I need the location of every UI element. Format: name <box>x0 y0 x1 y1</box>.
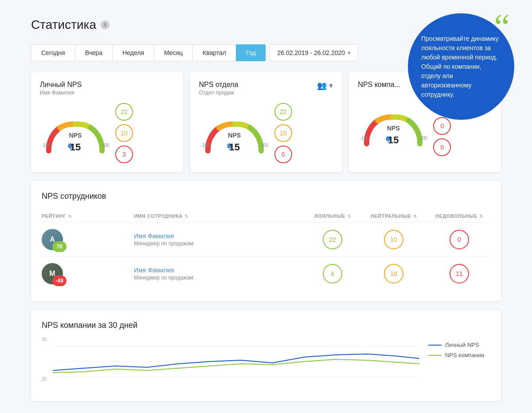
rating-badge-2: -49 <box>52 275 66 286</box>
chart-y-labels: 30 20 <box>42 337 47 382</box>
legend-item-company: NPS компании <box>428 352 490 358</box>
date-range-display[interactable]: 26.02.2019 - 26.02.2020 ▾ <box>270 44 358 61</box>
chart-legend: Личный NPS NPS компании <box>428 337 490 390</box>
nps-card-company-title: NPS компа... <box>358 81 400 89</box>
gauge-personal-value: 15 <box>70 142 81 153</box>
gauge-dept-badges: 22 10 0 <box>274 103 292 163</box>
sort-name-icon[interactable]: ⇅ <box>184 214 188 219</box>
sort-rating-icon[interactable]: ⇅ <box>68 214 72 219</box>
metric-loyal-2: 4 <box>306 264 359 283</box>
info-icon[interactable]: i <box>101 20 110 29</box>
tab-year[interactable]: Год <box>236 44 266 61</box>
nps-card-personal: Личный NPS Имя Фамилия <box>31 72 183 172</box>
employees-section-title: NPS сотрудников <box>42 192 490 201</box>
gauge-company-max: 100 <box>420 136 427 141</box>
gauge-personal-min: -100 <box>42 143 51 148</box>
chart-area: 30 20 <box>42 337 490 390</box>
tab-quarter[interactable]: Квартал <box>192 44 236 61</box>
col-neutral: НЕЙТРАЛЬНЫЕ ⇅ <box>363 213 425 219</box>
employee-name-1[interactable]: Имя Фамилия <box>134 232 302 240</box>
gauge-department: NPS 15 -100 100 <box>199 113 270 153</box>
tab-week[interactable]: Неделя <box>112 44 154 61</box>
legend-line-blue <box>428 345 442 346</box>
badge-neutral-personal: 10 <box>115 124 133 142</box>
date-range-text: 26.02.2019 - 26.02.2020 <box>277 49 345 56</box>
rating-badge-1: 76 <box>52 241 66 252</box>
col-detract: НЕДОВОЛЬНЫЕ ⇅ <box>428 213 490 219</box>
chart-main: 30 20 <box>42 337 419 390</box>
sort-detract-icon[interactable]: ⇅ <box>479 214 483 219</box>
table-row: А 76 Имя Фамилия Менеджер по продажам 22… <box>42 223 490 257</box>
badge-loyal-dept: 22 <box>274 103 292 121</box>
col-name: ИМЯ СОТРУДНИКА ⇅ <box>134 213 302 219</box>
people-icon[interactable]: 👥 ▾ <box>317 81 333 90</box>
gauge-personal-badges: 22 10 3 <box>115 103 133 163</box>
col-rating-label: РЕЙТИНГ <box>42 213 66 219</box>
employee-name-2[interactable]: Имя Фамилия <box>134 267 302 274</box>
y-label-20: 20 <box>42 377 47 382</box>
tab-month[interactable]: Месяц <box>154 44 192 61</box>
employee-role-1: Менеджер по продажам <box>134 240 302 247</box>
metric-neutral-badge-2: 18 <box>384 264 403 283</box>
avatar-wrapper-2: М -49 <box>42 263 63 284</box>
nps-card-department: NPS отдела Отдел продаж 👥 ▾ NPS 15 <box>190 72 342 172</box>
table-header: РЕЙТИНГ ⇅ ИМЯ СОТРУДНИКА ⇅ ЛОЯЛЬНЫЕ ⇅ НЕ… <box>42 210 490 223</box>
chart-svg <box>53 337 419 382</box>
page-title: Статистика <box>31 18 96 32</box>
metric-detract-1: 0 <box>428 230 490 249</box>
gauge-dept-label: NPS <box>228 132 241 139</box>
nps-card-dept-subtitle: Отдел продаж <box>199 90 239 96</box>
rating-cell-1: А 76 <box>42 229 130 250</box>
gauge-dept-value: 15 <box>229 142 239 153</box>
legend-label-personal: Личный NPS <box>445 342 479 348</box>
y-label-30: 30 <box>42 337 47 342</box>
sort-neutral-icon[interactable]: ⇅ <box>413 214 417 219</box>
chart-title: NPS компании за 30 дней <box>42 321 490 330</box>
gauge-personal-label: NPS <box>69 132 82 139</box>
employee-name-cell-1: Имя Фамилия Менеджер по продажам <box>134 232 302 247</box>
metric-neutral-1: 10 <box>363 230 425 249</box>
badge-neutral-dept: 10 <box>274 124 292 142</box>
badge-detract2-company: 0 <box>433 138 451 156</box>
tab-yesterday[interactable]: Вчера <box>75 44 113 61</box>
rating-cell-2: М -49 <box>42 263 130 284</box>
metric-loyal-1: 22 <box>306 230 359 249</box>
metric-neutral-badge-1: 10 <box>384 230 403 249</box>
metric-loyal-badge-2: 4 <box>323 264 342 283</box>
employee-role-2: Менеджер по продажам <box>134 275 302 281</box>
chart-section: NPS компании за 30 дней 30 20 <box>31 310 501 401</box>
tab-today[interactable]: Сегодня <box>31 44 75 61</box>
gauge-dept-min: -100 <box>201 143 210 148</box>
col-loyal: ЛОЯЛЬНЫЕ ⇅ <box>306 213 359 219</box>
employee-name-cell-2: Имя Фамилия Менеджер по продажам <box>134 267 302 281</box>
legend-line-green <box>428 355 442 356</box>
table-row: М -49 Имя Фамилия Менеджер по продажам 4… <box>42 257 490 291</box>
badge-loyal-personal: 22 <box>115 103 133 121</box>
metric-detract-badge-1: 0 <box>450 230 469 249</box>
chart-svg-container <box>53 337 419 382</box>
col-neutral-label: НЕЙТРАЛЬНЫЕ <box>371 213 411 219</box>
gauge-company-min: -100 <box>360 136 368 141</box>
col-loyal-label: ЛОЯЛЬНЫЕ <box>314 213 345 219</box>
tooltip-text: Просматривайте динамику лояльности клиен… <box>421 35 499 98</box>
avatar-wrapper-1: А 76 <box>42 229 63 250</box>
employees-section: NPS сотрудников РЕЙТИНГ ⇅ ИМЯ СОТРУДНИКА… <box>31 181 501 301</box>
gauge-company-value: 15 <box>388 134 399 146</box>
badge-detract1-company: 0 <box>433 117 451 135</box>
col-name-label: ИМЯ СОТРУДНИКА <box>134 213 183 219</box>
nps-card-dept-title: NPS отдела <box>199 81 239 89</box>
metric-neutral-2: 18 <box>363 264 425 283</box>
gauge-dept-max: 100 <box>261 143 268 148</box>
gauge-company-label: NPS <box>387 125 400 132</box>
nps-card-personal-subtitle: Имя Фамилия <box>40 90 82 96</box>
badge-detract-personal: 3 <box>115 146 133 163</box>
metric-loyal-badge-1: 22 <box>323 230 342 249</box>
gauge-company: NPS 15 -100 100 <box>358 106 429 146</box>
metric-detract-badge-2: 11 <box>450 264 469 283</box>
gauge-personal-max: 100 <box>102 143 109 148</box>
legend-label-company: NPS компании <box>445 352 484 358</box>
tooltip-bubble: Просматривайте динамику лояльности клиен… <box>408 13 514 120</box>
metric-detract-2: 11 <box>428 264 490 283</box>
gauge-personal: NPS 15 -100 100 <box>40 113 111 153</box>
sort-loyal-icon[interactable]: ⇅ <box>347 214 351 219</box>
